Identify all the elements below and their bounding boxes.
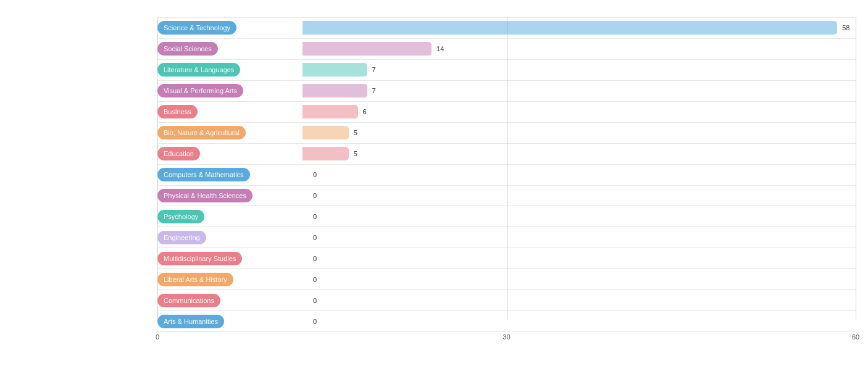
bar-fill: [303, 63, 367, 77]
bar-track: 58: [303, 21, 856, 35]
bar-pill: Computers & Mathematics: [157, 168, 250, 181]
bar-row: Visual & Performing Arts7: [157, 81, 856, 102]
x-axis-label: 30: [503, 333, 510, 341]
bar-track: 5: [303, 126, 856, 139]
bar-row: Physical & Health Sciences0: [157, 186, 856, 207]
bar-fill: [303, 21, 837, 35]
bar-track: 0: [303, 210, 856, 223]
bar-pill: Liberal Arts & History: [157, 273, 233, 286]
bar-row: Multidisciplinary Studies0: [157, 248, 856, 269]
bar-value-label: 0: [311, 192, 317, 199]
bar-pill: Visual & Performing Arts: [157, 84, 243, 98]
bar-value-label: 7: [370, 66, 376, 73]
bar-value-label: 7: [370, 87, 376, 94]
bar-track: 7: [303, 63, 856, 77]
bar-value-label: 0: [311, 171, 317, 178]
bar-row: Literature & Languages7: [157, 60, 856, 81]
bar-row: Liberal Arts & History0: [157, 269, 856, 290]
bar-track: 0: [303, 231, 856, 244]
bar-value-label: 0: [311, 234, 317, 241]
bar-value-label: 14: [434, 45, 444, 52]
bar-fill: [303, 126, 349, 139]
bar-pill: Bio, Nature & Agricultural: [157, 126, 246, 139]
bar-row: Communications0: [157, 290, 856, 311]
bar-pill: Physical & Health Sciences: [157, 189, 252, 202]
bar-track: 14: [303, 42, 856, 56]
bar-pill: Arts & Humanities: [157, 315, 224, 328]
bar-value-label: 58: [840, 24, 849, 31]
bar-row: Engineering0: [157, 227, 856, 248]
x-axis-label: 0: [156, 333, 159, 341]
bar-pill: Engineering: [157, 231, 206, 244]
bar-fill: [303, 147, 349, 160]
bar-value-label: 0: [311, 213, 317, 220]
bar-row: Psychology0: [157, 206, 856, 227]
bar-track: 7: [303, 84, 856, 98]
x-axis-label: 60: [852, 333, 859, 341]
bar-row: Education5: [157, 144, 856, 165]
bar-pill: Business: [157, 105, 198, 118]
bar-track: 0: [303, 189, 856, 202]
bar-value-label: 0: [311, 276, 317, 283]
chart-container: Science & Technology58Social Sciences14L…: [0, 0, 868, 390]
bar-value-label: 0: [311, 255, 317, 262]
bar-pill: Social Sciences: [157, 42, 218, 56]
bar-value-label: 0: [311, 297, 317, 304]
bar-value-label: 5: [351, 129, 357, 136]
bar-value-label: 6: [361, 108, 367, 115]
bar-track: 0: [303, 273, 856, 286]
bar-fill: [303, 105, 358, 118]
bar-pill: Multidisciplinary Studies: [157, 252, 242, 265]
bar-fill: [303, 42, 432, 56]
bar-value-label: 5: [351, 150, 357, 157]
bar-row: Science & Technology58: [157, 17, 856, 39]
bar-track: 0: [303, 252, 856, 265]
bar-row: Business6: [157, 102, 856, 123]
x-axis: 03060: [157, 333, 856, 346]
bar-track: 6: [303, 105, 856, 118]
bar-pill: Psychology: [157, 210, 204, 223]
bar-pill: Communications: [157, 294, 220, 307]
bar-row: Bio, Nature & Agricultural5: [157, 123, 856, 144]
bar-track: 0: [303, 315, 856, 328]
bar-row: Computers & Mathematics0: [157, 165, 856, 186]
bar-track: 0: [303, 168, 856, 181]
bar-track: 5: [303, 147, 856, 160]
bar-row: Social Sciences14: [157, 39, 856, 60]
bars-area: Science & Technology58Social Sciences14L…: [157, 17, 856, 332]
bar-value-label: 0: [311, 318, 317, 325]
bar-fill: [303, 84, 367, 98]
bar-pill: Education: [157, 147, 200, 160]
bar-pill: Science & Technology: [157, 21, 236, 35]
bar-pill: Literature & Languages: [157, 63, 240, 77]
bar-track: 0: [303, 294, 856, 307]
bar-row: Arts & Humanities0: [157, 311, 856, 332]
